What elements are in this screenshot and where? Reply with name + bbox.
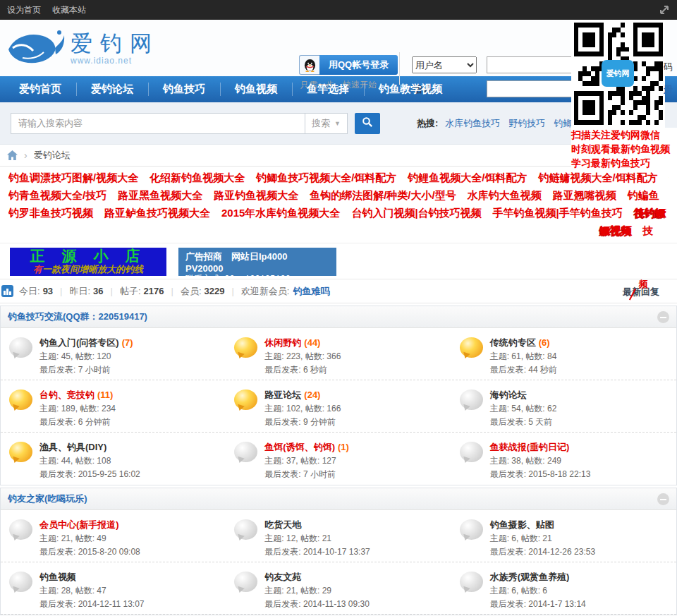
qq-login-button[interactable]: 用QQ帐号登录 [319, 55, 398, 75]
forum-bubble-icon[interactable] [234, 442, 257, 462]
nav-videos[interactable]: 钓鱼视频 [220, 76, 292, 102]
hot-link[interactable]: 路亚黑鱼视频大全 [118, 189, 202, 203]
hot-search-link[interactable]: 野钓技巧 [508, 117, 545, 130]
collapse-button[interactable] [657, 493, 669, 505]
stat-members: 会员:3229 [181, 285, 225, 298]
forum-bubble-icon[interactable] [234, 389, 257, 410]
forum-topic-stats: 主题: 223, 帖数: 366 [264, 350, 341, 363]
nav-home[interactable]: 爱钓首页 [4, 76, 76, 102]
forum-cell: 鱼获战报(垂钓日记) 主题: 38, 帖数: 249 最后发表: 2015-8-… [451, 433, 676, 485]
forum-name-link[interactable]: 鱼饵(诱饵、钓饵) [264, 442, 335, 452]
hot-link[interactable]: 水库钓大鱼视频 [468, 189, 542, 203]
forum-name-link[interactable]: 钓鱼入门(问答专区) [39, 337, 119, 348]
fish-logo-icon [6, 27, 66, 71]
forum-name-link[interactable]: 海钓论坛 [490, 389, 527, 400]
forum-bubble-icon[interactable] [234, 519, 257, 540]
expand-icon[interactable] [659, 4, 670, 16]
stats-chart-icon [1, 285, 13, 297]
qr-caption-line: 学习最新钓鱼技巧 [571, 156, 677, 170]
forum-name-link[interactable]: 鱼获战报(垂钓日记) [490, 442, 570, 452]
forum-last-post: 最后发表: 7 小时前 [264, 468, 349, 481]
username-input[interactable] [487, 56, 578, 73]
hot-search-link[interactable]: 水库钓鱼技巧 [445, 117, 500, 130]
hot-link[interactable]: 鱼钩的绑法图解/种类/大小/型号 [310, 189, 456, 203]
stat-posts: 帖子:2176 [120, 285, 164, 298]
qr-caption-line: 时刻观看最新钓鱼视频 [571, 142, 677, 156]
hot-link[interactable]: 路亚翘嘴视频 [553, 189, 616, 203]
hot-link[interactable]: 钓鲢鳙视频大全/饵料配方 [539, 171, 658, 185]
forum-bubble-icon[interactable] [460, 337, 483, 358]
hot-link[interactable]: 手竿钓鱼视频|手竿钓鱼技巧 [493, 207, 623, 220]
forum-bubble-icon[interactable] [9, 389, 32, 410]
search-scope-select[interactable]: 搜索 ▼ [305, 113, 348, 134]
forum-bubble-icon[interactable] [9, 572, 32, 592]
forum-name-link[interactable]: 台钓、竞技钓 [39, 389, 94, 400]
hot-link[interactable]: 钓鲤鱼视频大全/饵料配方 [408, 171, 527, 185]
login-type-select[interactable]: 用户名 [412, 56, 477, 73]
forum-name-link[interactable]: 钓友文苑 [264, 572, 301, 582]
password-input[interactable] [487, 80, 578, 97]
forum-bubble-icon[interactable] [234, 572, 257, 592]
section-title[interactable]: 钓友之家(吃喝玩乐) [8, 493, 87, 505]
section-title[interactable]: 钓鱼技巧交流(QQ群：220519417) [8, 310, 147, 323]
nav-skills[interactable]: 钓鱼技巧 [148, 76, 220, 102]
forum-bubble-icon[interactable] [9, 519, 32, 540]
ad-banner-shop[interactable]: 正 源 小 店 有一款夜间增晰放大的钓线 [10, 248, 166, 276]
forum-section-skills: 钓鱼技巧交流(QQ群：220519417) 钓鱼入门(问答专区)(7) 主题: … [0, 306, 677, 485]
latest-reply-link[interactable]: 频 最新回复 [623, 286, 659, 298]
hot-link[interactable]: 2015年水库钓鱼视频大全 [221, 207, 340, 220]
collapse-button[interactable] [657, 311, 669, 323]
forum-topic-stats: 主题: 44, 帖数: 108 [39, 454, 140, 468]
search-input[interactable] [11, 113, 305, 134]
ad-banner-contact[interactable]: 广告招商 网站日Ip4000 PV20000 联系方式 QQ: 13012513… [178, 248, 336, 276]
forum-bubble-icon[interactable] [9, 337, 32, 358]
forum-bubble-icon[interactable] [460, 519, 483, 540]
overlap-text: 频 [639, 278, 648, 291]
forum-bubble-icon[interactable] [460, 572, 483, 592]
register-link-cut[interactable]: 册 [664, 83, 673, 96]
hot-link[interactable]: 化绍新钓鱼视频大全 [150, 171, 245, 185]
search-button[interactable] [355, 113, 380, 134]
hot-link[interactable]: 技 [642, 224, 653, 238]
forum-bubble-icon[interactable] [460, 389, 483, 410]
forum-name-link[interactable]: 休闲野钓 [264, 337, 301, 348]
forum-name-link[interactable]: 钓鱼视频 [39, 572, 76, 582]
hot-link[interactable]: 钓鱼调漂技巧图解/视频大全 [8, 171, 138, 185]
forum-bubble-icon[interactable] [234, 337, 257, 358]
forum-name-link[interactable]: 会员中心(新手报道) [39, 519, 119, 530]
hot-link[interactable]: 鳜视频 [599, 224, 631, 238]
site-logo[interactable]: 爱钓网 www.idiao.net [6, 27, 159, 71]
forum-name-link[interactable]: 渔具、钓具(DIY) [39, 442, 106, 452]
newest-member-link[interactable]: 钓鱼难吗 [293, 285, 329, 298]
set-home-link[interactable]: 设为首页 [7, 4, 41, 16]
forum-bubble-icon[interactable] [460, 442, 483, 462]
hot-link[interactable]: 钓青鱼视频大全/技巧 [8, 189, 106, 203]
nav-rods[interactable]: 鱼竿选择 [292, 76, 364, 102]
hot-link[interactable]: 钓鲫鱼技巧视频大全/饵料配方 [256, 171, 396, 185]
hot-link[interactable]: 筏钓鳜 [634, 207, 666, 220]
hot-link[interactable]: 钓鳊鱼 [628, 189, 659, 203]
forum-name-link[interactable]: 路亚论坛 [264, 389, 301, 400]
forum-new-count: (11) [97, 389, 113, 400]
hot-link[interactable]: 钓罗非鱼技巧视频 [8, 207, 93, 220]
hot-link[interactable]: 路亚鲈鱼技巧视频大全 [104, 207, 210, 220]
bookmark-link[interactable]: 收藏本站 [52, 4, 86, 16]
forum-topic-stats: 主题: 21, 帖数: 49 [39, 532, 140, 545]
nav-forum[interactable]: 爱钓论坛 [76, 76, 148, 102]
forum-cell: 鱼饵(诱饵、钓饵)(1) 主题: 37, 帖数: 127 最后发表: 7 小时前 [226, 433, 451, 485]
forum-last-post: 最后发表: 6 分钟前 [39, 416, 116, 429]
hot-link[interactable]: 路亚钓鱼视频大全 [214, 189, 298, 203]
forum-bubble-icon[interactable] [9, 442, 32, 462]
nav-teaching-videos[interactable]: 钓鱼教学视频 [364, 76, 457, 102]
forum-last-post: 最后发表: 7 小时前 [39, 363, 133, 377]
forum-name-link[interactable]: 吃货天地 [264, 519, 301, 530]
hot-link[interactable]: 台钓入门视频|台钓技巧视频 [351, 207, 481, 220]
site-url: www.idiao.net [71, 56, 159, 66]
password-link-cut[interactable]: 码 [664, 61, 673, 73]
forum-name-link[interactable]: 钓鱼摄影、贴图 [490, 519, 554, 530]
hot-links-block: 钓鱼调漂技巧图解/视频大全 化绍新钓鱼视频大全 钓鲫鱼技巧视频大全/饵料配方 钓… [0, 166, 677, 243]
forum-name-link[interactable]: 水族秀(观赏鱼养殖) [490, 572, 570, 582]
forum-name-link[interactable]: 传统钓专区 [490, 337, 536, 348]
home-icon[interactable] [7, 150, 18, 160]
forum-section-community: 钓友之家(吃喝玩乐) 会员中心(新手报道) 主题: 21, 帖数: 49 最后发… [0, 488, 677, 615]
